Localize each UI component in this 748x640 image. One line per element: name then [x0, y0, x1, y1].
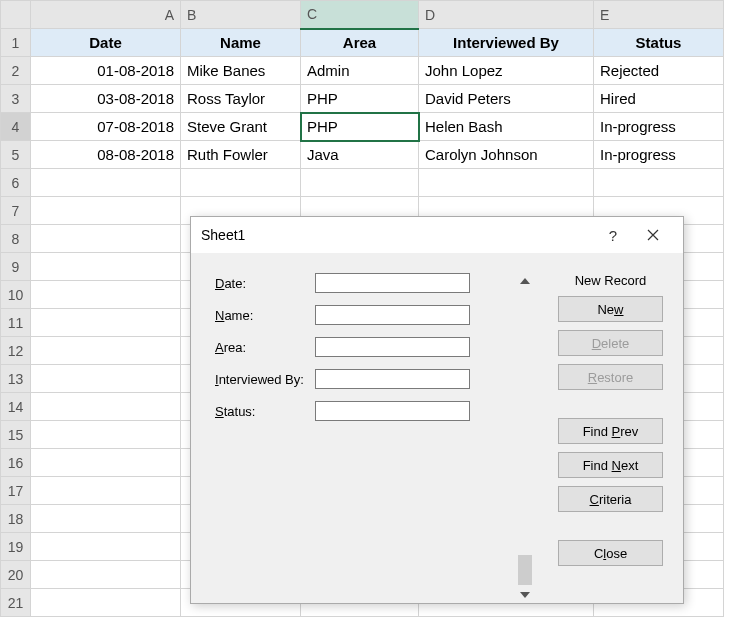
- cell-C1[interactable]: Area: [301, 29, 419, 57]
- restore-button: Restore: [558, 364, 663, 390]
- cell-E4[interactable]: In-progress: [594, 113, 724, 141]
- name-label: Name:: [215, 308, 315, 323]
- scroll-down-icon[interactable]: [517, 587, 533, 603]
- area-label: Area:: [215, 340, 315, 355]
- select-all-corner[interactable]: [1, 1, 31, 29]
- row-header-3[interactable]: 3: [1, 85, 31, 113]
- close-icon[interactable]: [633, 220, 673, 250]
- cell-A1[interactable]: Date: [31, 29, 181, 57]
- col-header-E[interactable]: E: [594, 1, 724, 29]
- row-header-11[interactable]: 11: [1, 309, 31, 337]
- col-header-B[interactable]: B: [181, 1, 301, 29]
- data-form-dialog: Sheet1 ? Date: Name: Area: Interviewed B…: [190, 216, 684, 604]
- row-header-12[interactable]: 12: [1, 337, 31, 365]
- row-header-8[interactable]: 8: [1, 225, 31, 253]
- delete-button: Delete: [558, 330, 663, 356]
- cell-C2[interactable]: Admin: [301, 57, 419, 85]
- form-fields: Date: Name: Area: Interviewed By: Status…: [215, 273, 515, 603]
- date-label: Date:: [215, 276, 315, 291]
- cell-E2[interactable]: Rejected: [594, 57, 724, 85]
- close-button[interactable]: Close: [558, 540, 663, 566]
- col-header-D[interactable]: D: [419, 1, 594, 29]
- scroll-up-icon[interactable]: [517, 273, 533, 289]
- cell-D2[interactable]: John Lopez: [419, 57, 594, 85]
- row-header-1[interactable]: 1: [1, 29, 31, 57]
- cell-E5[interactable]: In-progress: [594, 141, 724, 169]
- dialog-titlebar[interactable]: Sheet1 ?: [191, 217, 683, 253]
- row-header-13[interactable]: 13: [1, 365, 31, 393]
- cell-B1[interactable]: Name: [181, 29, 301, 57]
- cell-D3[interactable]: David Peters: [419, 85, 594, 113]
- row-header-14[interactable]: 14: [1, 393, 31, 421]
- row-header-21[interactable]: 21: [1, 589, 31, 617]
- row-header-20[interactable]: 20: [1, 561, 31, 589]
- cell-B5[interactable]: Ruth Fowler: [181, 141, 301, 169]
- row-header-5[interactable]: 5: [1, 141, 31, 169]
- row-header-18[interactable]: 18: [1, 505, 31, 533]
- cell-A4[interactable]: 07-08-2018: [31, 113, 181, 141]
- status-field[interactable]: [315, 401, 470, 421]
- help-button[interactable]: ?: [593, 220, 633, 250]
- row-header-2[interactable]: 2: [1, 57, 31, 85]
- cell-E3[interactable]: Hired: [594, 85, 724, 113]
- row-header-7[interactable]: 7: [1, 197, 31, 225]
- row-header-4[interactable]: 4: [1, 113, 31, 141]
- record-status-label: New Record: [558, 273, 663, 288]
- cell-B2[interactable]: Mike Banes: [181, 57, 301, 85]
- area-field[interactable]: [315, 337, 470, 357]
- cell-D1[interactable]: Interviewed By: [419, 29, 594, 57]
- cell-D5[interactable]: Carolyn Johnson: [419, 141, 594, 169]
- cell-A2[interactable]: 01-08-2018: [31, 57, 181, 85]
- scroll-thumb[interactable]: [518, 555, 532, 585]
- cell-B4[interactable]: Steve Grant: [181, 113, 301, 141]
- new-button[interactable]: New: [558, 296, 663, 322]
- name-field[interactable]: [315, 305, 470, 325]
- interviewedby-label: Interviewed By:: [215, 372, 315, 387]
- row-header-17[interactable]: 17: [1, 477, 31, 505]
- col-header-A[interactable]: A: [31, 1, 181, 29]
- row-header-10[interactable]: 10: [1, 281, 31, 309]
- col-header-C[interactable]: C: [301, 1, 419, 29]
- row-header-15[interactable]: 15: [1, 421, 31, 449]
- cell-C5[interactable]: Java: [301, 141, 419, 169]
- row-header-19[interactable]: 19: [1, 533, 31, 561]
- criteria-button[interactable]: Criteria: [558, 486, 663, 512]
- row-header-9[interactable]: 9: [1, 253, 31, 281]
- cell-A3[interactable]: 03-08-2018: [31, 85, 181, 113]
- cell-A5[interactable]: 08-08-2018: [31, 141, 181, 169]
- cell-C4[interactable]: PHP: [301, 113, 419, 141]
- cell-D4[interactable]: Helen Bash: [419, 113, 594, 141]
- dialog-title: Sheet1: [201, 227, 593, 243]
- record-scrollbar[interactable]: [515, 273, 535, 603]
- interviewedby-field[interactable]: [315, 369, 470, 389]
- find-next-button[interactable]: Find Next: [558, 452, 663, 478]
- cell-C3[interactable]: PHP: [301, 85, 419, 113]
- cell-E1[interactable]: Status: [594, 29, 724, 57]
- row-header-6[interactable]: 6: [1, 169, 31, 197]
- find-prev-button[interactable]: Find Prev: [558, 418, 663, 444]
- cell-B3[interactable]: Ross Taylor: [181, 85, 301, 113]
- status-label: Status:: [215, 404, 315, 419]
- row-header-16[interactable]: 16: [1, 449, 31, 477]
- date-field[interactable]: [315, 273, 470, 293]
